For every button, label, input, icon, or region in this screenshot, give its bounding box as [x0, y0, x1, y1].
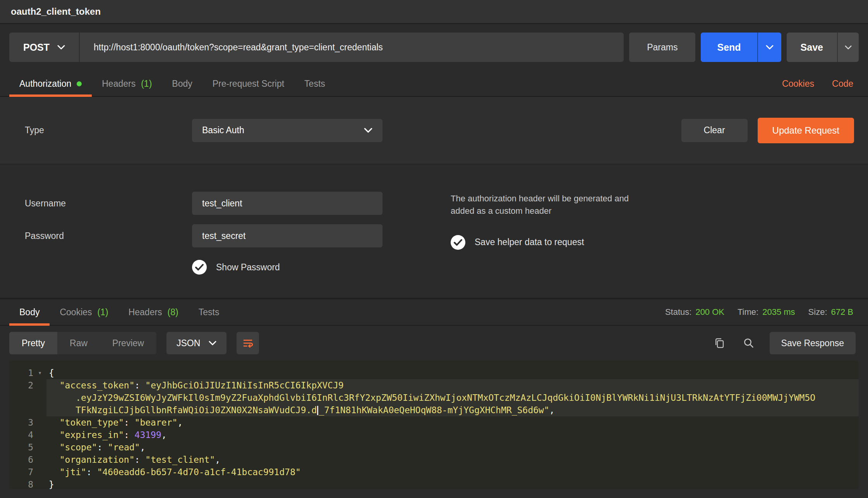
auth-type-value: Basic Auth: [202, 125, 244, 136]
auth-helper-text: The authorization header will be generat…: [451, 192, 648, 217]
view-raw-button[interactable]: Raw: [57, 332, 100, 354]
code-line: 5 "scope": "read",: [9, 441, 859, 453]
wrap-text-icon: [242, 337, 254, 349]
tab-label: Pre-request Script: [213, 79, 284, 89]
tab-authorization[interactable]: Authorization: [9, 71, 92, 96]
clear-button[interactable]: Clear: [681, 119, 748, 142]
response-tab-tests[interactable]: Tests: [189, 299, 230, 325]
tab-pre-request-script[interactable]: Pre-request Script: [202, 71, 294, 96]
code-line: 7 "jti": "460eadd6-b657-4d70-a1cf-41bcac…: [9, 466, 859, 478]
format-select[interactable]: JSON: [166, 332, 226, 354]
line-number: 2: [11, 379, 33, 392]
tab-label: Body: [172, 79, 192, 89]
auth-type-select[interactable]: Basic Auth: [192, 119, 383, 142]
code-line-gutter: 3: [9, 416, 46, 429]
search-button[interactable]: [740, 335, 757, 352]
save-options-button[interactable]: [837, 33, 859, 62]
save-response-button[interactable]: Save Response: [770, 332, 856, 354]
send-button-group: Send: [701, 33, 781, 62]
line-number: 7: [11, 466, 33, 478]
request-tab-header: oauth2_client_token: [0, 0, 868, 24]
request-links: Cookies Code: [782, 71, 859, 96]
view-preview-button[interactable]: Preview: [100, 332, 156, 354]
response-tab-headers[interactable]: Headers (8): [118, 299, 189, 325]
params-label: Params: [647, 42, 678, 53]
save-button[interactable]: Save: [787, 33, 837, 62]
response-body-viewer: 1▾{2 "access_token": "eyJhbGciOiJIUzI1Ni…: [9, 361, 859, 489]
auth-form-left: Username Password Show Password: [25, 192, 451, 275]
method-select[interactable]: POST: [9, 33, 80, 62]
size-value: 672 B: [831, 307, 854, 317]
auth-form-right: The authorization header will be generat…: [451, 192, 698, 275]
code-line-text: "scope": "read",: [46, 441, 859, 453]
code-line-gutter: 5: [9, 441, 46, 453]
fold-spacer: [33, 441, 46, 453]
tab-label: Tests: [199, 307, 220, 318]
username-row: Username: [25, 192, 451, 215]
auth-form: Username Password Show Password The auth…: [0, 165, 868, 298]
tab-body[interactable]: Body: [162, 71, 202, 96]
password-field[interactable]: [192, 224, 383, 247]
send-label: Send: [717, 42, 741, 53]
response-tab-body[interactable]: Body: [9, 299, 50, 325]
fold-spacer: [33, 416, 46, 429]
view-label: Raw: [70, 338, 87, 349]
line-number: 3: [11, 416, 33, 429]
update-request-button[interactable]: Update Request: [758, 118, 854, 143]
chevron-down-icon: [364, 128, 372, 133]
checkmark-icon: [192, 260, 207, 275]
tab-count: (1): [141, 79, 152, 89]
status-label: Status:: [665, 307, 691, 317]
code-line-text: "organization": "test_client",: [46, 453, 859, 466]
code-line-gutter: 1▾: [9, 367, 46, 379]
tab-headers[interactable]: Headers (1): [92, 71, 162, 96]
code-link[interactable]: Code: [832, 79, 853, 89]
code-line-gutter: 7: [9, 466, 46, 478]
response-tabs: Body Cookies (1) Headers (8) Tests Statu…: [0, 299, 868, 326]
code-line: 3 "token_type": "bearer",: [9, 416, 859, 429]
send-button[interactable]: Send: [701, 33, 757, 62]
time-label: Time:: [738, 307, 758, 317]
fold-spacer: [33, 478, 46, 489]
url-input[interactable]: [80, 33, 624, 62]
code-line-text: "jti": "460eadd6-b657-4d70-a1cf-41bcac99…: [46, 466, 859, 478]
chevron-down-icon: [845, 45, 852, 50]
size-label: Size:: [808, 307, 827, 317]
save-helper-checkbox[interactable]: Save helper data to request: [451, 235, 698, 250]
fold-spacer: [33, 379, 46, 392]
save-response-label: Save Response: [781, 338, 844, 349]
response-tab-cookies[interactable]: Cookies (1): [50, 299, 118, 325]
response-toolbar: Pretty Raw Preview JSON Sa: [0, 326, 868, 359]
chevron-down-icon: [766, 45, 774, 50]
code-line: 6 "organization": "test_client",: [9, 453, 859, 466]
tab-label: Cookies: [60, 307, 92, 318]
username-field[interactable]: [192, 192, 383, 215]
status-value: 200 OK: [695, 307, 724, 317]
format-value: JSON: [177, 338, 200, 349]
send-options-button[interactable]: [757, 33, 781, 62]
save-button-group: Save: [787, 33, 859, 62]
fold-caret-icon[interactable]: ▾: [33, 367, 46, 379]
auth-type-row: Type Basic Auth Clear Update Request: [0, 97, 868, 165]
code-line: 1▾{: [9, 367, 859, 379]
tab-label: Headers: [129, 307, 162, 318]
chevron-down-icon: [57, 45, 65, 50]
params-button[interactable]: Params: [629, 33, 695, 62]
code-line-text: "access_token": "eyJhbGciOiJIUzI1NiIsInR…: [46, 379, 859, 416]
cookies-link[interactable]: Cookies: [782, 79, 814, 89]
code-line-gutter: 4: [9, 429, 46, 441]
show-password-checkbox[interactable]: Show Password: [192, 260, 451, 275]
fold-spacer: [33, 466, 46, 478]
search-icon: [743, 337, 755, 349]
chevron-down-icon: [209, 341, 216, 345]
tab-label: Headers: [102, 79, 136, 89]
request-title: oauth2_client_token: [11, 6, 101, 17]
copy-button[interactable]: [711, 335, 728, 352]
update-request-label: Update Request: [772, 125, 839, 136]
tab-tests[interactable]: Tests: [294, 71, 335, 96]
line-number: 1: [11, 367, 33, 379]
view-label: Preview: [112, 338, 144, 349]
view-pretty-button[interactable]: Pretty: [9, 332, 57, 354]
wrap-text-button[interactable]: [237, 332, 259, 354]
code-line: 8}: [9, 478, 859, 489]
